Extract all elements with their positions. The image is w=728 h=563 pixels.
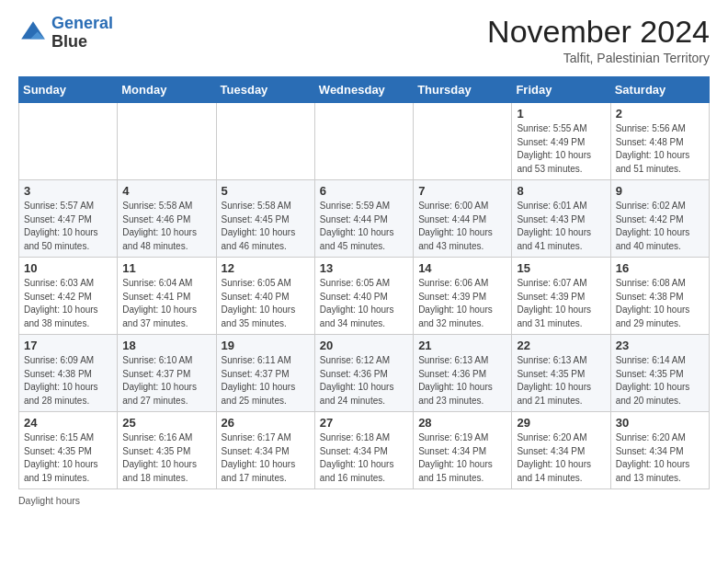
- day-info: Sunrise: 5:55 AM Sunset: 4:49 PM Dayligh…: [517, 122, 605, 176]
- calendar-cell: 7Sunrise: 6:00 AM Sunset: 4:44 PM Daylig…: [414, 180, 512, 258]
- month-title: November 2024: [487, 15, 710, 49]
- week-row-2: 3Sunrise: 5:57 AM Sunset: 4:47 PM Daylig…: [19, 180, 710, 258]
- calendar-cell: 14Sunrise: 6:06 AM Sunset: 4:39 PM Dayli…: [414, 258, 512, 335]
- weekday-monday: Monday: [118, 77, 216, 103]
- day-info: Sunrise: 6:08 AM Sunset: 4:38 PM Dayligh…: [616, 277, 704, 330]
- calendar-cell: 15Sunrise: 6:07 AM Sunset: 4:39 PM Dayli…: [512, 258, 610, 335]
- calendar-cell: [414, 103, 512, 180]
- day-info: Sunrise: 6:19 AM Sunset: 4:34 PM Dayligh…: [418, 431, 506, 485]
- calendar-cell: 23Sunrise: 6:14 AM Sunset: 4:35 PM Dayli…: [610, 335, 709, 412]
- day-number: 28: [418, 416, 506, 430]
- day-info: Sunrise: 6:10 AM Sunset: 4:37 PM Dayligh…: [122, 354, 210, 408]
- day-number: 24: [24, 416, 112, 430]
- calendar-cell: 6Sunrise: 5:59 AM Sunset: 4:44 PM Daylig…: [314, 180, 413, 258]
- calendar-cell: 3Sunrise: 5:57 AM Sunset: 4:47 PM Daylig…: [19, 180, 118, 258]
- calendar-body: 1Sunrise: 5:55 AM Sunset: 4:49 PM Daylig…: [19, 103, 710, 489]
- calendar-cell: 21Sunrise: 6:13 AM Sunset: 4:36 PM Dayli…: [414, 335, 512, 412]
- calendar-cell: 24Sunrise: 6:15 AM Sunset: 4:35 PM Dayli…: [19, 412, 118, 489]
- day-number: 12: [222, 261, 310, 275]
- page: General Blue November 2024 Talfit, Pales…: [0, 0, 728, 563]
- calendar-cell: 10Sunrise: 6:03 AM Sunset: 4:42 PM Dayli…: [19, 258, 118, 335]
- header: General Blue November 2024 Talfit, Pales…: [18, 15, 710, 65]
- day-info: Sunrise: 6:16 AM Sunset: 4:35 PM Dayligh…: [122, 431, 210, 485]
- day-info: Sunrise: 5:57 AM Sunset: 4:47 PM Dayligh…: [24, 200, 112, 253]
- day-number: 16: [616, 261, 704, 275]
- day-info: Sunrise: 6:14 AM Sunset: 4:35 PM Dayligh…: [616, 354, 704, 408]
- day-number: 10: [24, 261, 112, 275]
- day-number: 25: [122, 416, 210, 430]
- day-number: 6: [320, 184, 408, 198]
- day-number: 30: [616, 416, 704, 430]
- logo-icon: [18, 18, 48, 48]
- calendar-cell: 1Sunrise: 5:55 AM Sunset: 4:49 PM Daylig…: [512, 103, 610, 180]
- day-number: 11: [122, 261, 210, 275]
- day-number: 27: [320, 416, 408, 430]
- day-number: 23: [616, 339, 704, 352]
- day-number: 29: [517, 416, 605, 430]
- day-info: Sunrise: 6:07 AM Sunset: 4:39 PM Dayligh…: [517, 277, 605, 330]
- weekday-sunday: Sunday: [19, 77, 118, 103]
- day-info: Sunrise: 6:09 AM Sunset: 4:38 PM Dayligh…: [24, 354, 112, 408]
- calendar-cell: 2Sunrise: 5:56 AM Sunset: 4:48 PM Daylig…: [610, 103, 709, 180]
- day-info: Sunrise: 6:02 AM Sunset: 4:42 PM Dayligh…: [616, 200, 704, 253]
- calendar-header: SundayMondayTuesdayWednesdayThursdayFrid…: [19, 77, 710, 103]
- calendar-cell: 20Sunrise: 6:12 AM Sunset: 4:36 PM Dayli…: [314, 335, 413, 412]
- calendar-cell: 18Sunrise: 6:10 AM Sunset: 4:37 PM Dayli…: [118, 335, 216, 412]
- calendar-cell: 17Sunrise: 6:09 AM Sunset: 4:38 PM Dayli…: [19, 335, 118, 412]
- day-info: Sunrise: 6:11 AM Sunset: 4:37 PM Dayligh…: [222, 354, 310, 408]
- calendar-cell: 16Sunrise: 6:08 AM Sunset: 4:38 PM Dayli…: [610, 258, 709, 335]
- calendar-cell: 5Sunrise: 5:58 AM Sunset: 4:45 PM Daylig…: [216, 180, 314, 258]
- calendar-cell: [216, 103, 314, 180]
- day-info: Sunrise: 6:15 AM Sunset: 4:35 PM Dayligh…: [24, 431, 112, 485]
- title-block: November 2024 Talfit, Palestinian Territ…: [487, 15, 710, 65]
- calendar-cell: 28Sunrise: 6:19 AM Sunset: 4:34 PM Dayli…: [414, 412, 512, 489]
- day-info: Sunrise: 6:03 AM Sunset: 4:42 PM Dayligh…: [24, 277, 112, 330]
- day-number: 17: [24, 339, 112, 352]
- day-number: 5: [222, 184, 310, 198]
- day-number: 26: [222, 416, 310, 430]
- logo-line2: Blue: [51, 33, 113, 52]
- day-number: 21: [418, 339, 506, 352]
- calendar-cell: 27Sunrise: 6:18 AM Sunset: 4:34 PM Dayli…: [314, 412, 413, 489]
- day-info: Sunrise: 6:17 AM Sunset: 4:34 PM Dayligh…: [222, 431, 310, 485]
- day-info: Sunrise: 6:20 AM Sunset: 4:34 PM Dayligh…: [616, 431, 704, 485]
- day-number: 8: [517, 184, 605, 198]
- day-number: 1: [517, 107, 605, 121]
- footer-note: Daylight hours: [18, 495, 710, 506]
- weekday-saturday: Saturday: [610, 77, 709, 103]
- calendar-cell: [314, 103, 413, 180]
- logo: General Blue: [18, 15, 113, 52]
- calendar-cell: 19Sunrise: 6:11 AM Sunset: 4:37 PM Dayli…: [216, 335, 314, 412]
- logo-line1: General: [51, 14, 113, 32]
- calendar-cell: 25Sunrise: 6:16 AM Sunset: 4:35 PM Dayli…: [118, 412, 216, 489]
- week-row-5: 24Sunrise: 6:15 AM Sunset: 4:35 PM Dayli…: [19, 412, 710, 489]
- location-subtitle: Talfit, Palestinian Territory: [487, 51, 710, 65]
- day-info: Sunrise: 6:05 AM Sunset: 4:40 PM Dayligh…: [320, 277, 408, 330]
- day-info: Sunrise: 6:06 AM Sunset: 4:39 PM Dayligh…: [418, 277, 506, 330]
- calendar-cell: 30Sunrise: 6:20 AM Sunset: 4:34 PM Dayli…: [610, 412, 709, 489]
- calendar-cell: 4Sunrise: 5:58 AM Sunset: 4:46 PM Daylig…: [118, 180, 216, 258]
- weekday-tuesday: Tuesday: [216, 77, 314, 103]
- day-number: 15: [517, 261, 605, 275]
- day-info: Sunrise: 6:12 AM Sunset: 4:36 PM Dayligh…: [320, 354, 408, 408]
- calendar: SundayMondayTuesdayWednesdayThursdayFrid…: [18, 76, 710, 489]
- weekday-thursday: Thursday: [414, 77, 512, 103]
- day-info: Sunrise: 6:04 AM Sunset: 4:41 PM Dayligh…: [122, 277, 210, 330]
- day-number: 20: [320, 339, 408, 352]
- day-number: 13: [320, 261, 408, 275]
- day-info: Sunrise: 6:13 AM Sunset: 4:36 PM Dayligh…: [418, 354, 506, 408]
- day-number: 22: [517, 339, 605, 352]
- day-number: 3: [24, 184, 112, 198]
- calendar-cell: 9Sunrise: 6:02 AM Sunset: 4:42 PM Daylig…: [610, 180, 709, 258]
- day-info: Sunrise: 6:20 AM Sunset: 4:34 PM Dayligh…: [517, 431, 605, 485]
- logo-text: General Blue: [51, 15, 113, 52]
- day-info: Sunrise: 6:13 AM Sunset: 4:35 PM Dayligh…: [517, 354, 605, 408]
- day-number: 18: [122, 339, 210, 352]
- calendar-cell: 22Sunrise: 6:13 AM Sunset: 4:35 PM Dayli…: [512, 335, 610, 412]
- week-row-1: 1Sunrise: 5:55 AM Sunset: 4:49 PM Daylig…: [19, 103, 710, 180]
- calendar-cell: 8Sunrise: 6:01 AM Sunset: 4:43 PM Daylig…: [512, 180, 610, 258]
- day-info: Sunrise: 6:01 AM Sunset: 4:43 PM Dayligh…: [517, 200, 605, 253]
- day-info: Sunrise: 5:58 AM Sunset: 4:46 PM Dayligh…: [122, 200, 210, 253]
- weekday-friday: Friday: [512, 77, 610, 103]
- calendar-cell: 26Sunrise: 6:17 AM Sunset: 4:34 PM Dayli…: [216, 412, 314, 489]
